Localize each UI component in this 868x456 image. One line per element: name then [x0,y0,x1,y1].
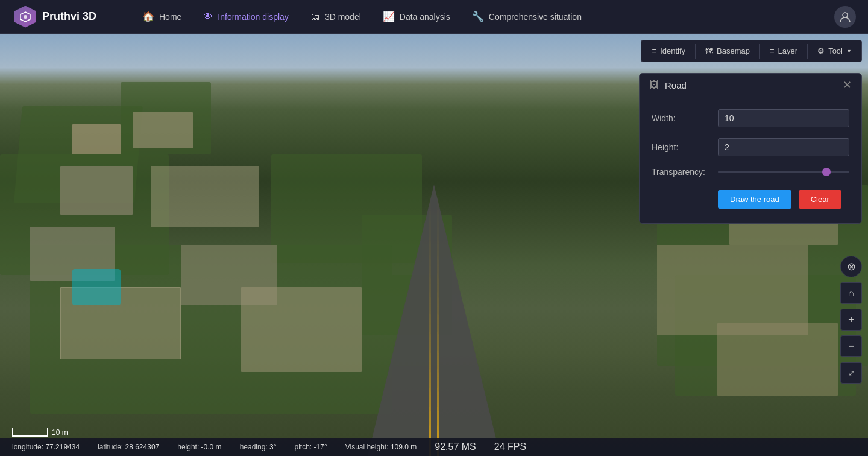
toolbar-sep-3 [807,44,808,59]
height-input[interactable] [718,138,849,156]
toolbar-sep-1 [695,44,696,59]
road-panel-title-area: 🖼 Road [649,80,687,90]
building-right-4 [717,323,838,396]
road-panel: 🖼 Road ✕ Width: Height: Transparency: Dr… [639,73,862,224]
longitude-value: 77.219434 [45,443,80,451]
scale-line [12,428,48,437]
building-2 [133,112,193,148]
tool-icon: ⚙ [817,46,825,55]
building-4 [151,166,259,227]
app-logo-icon [14,6,36,28]
analysis-nav-icon: 📈 [383,11,395,22]
home-control-button[interactable]: ⌂ [840,282,862,304]
building-8 [241,287,362,372]
road-panel-map-icon: 🖼 [649,80,659,90]
right-controls: ⊗ ⌂ + − ⤢ [840,256,862,384]
status-bar: longitude: 77.219434 latitude: 28.624307… [0,438,868,456]
height-label: Height: [652,142,718,152]
fullscreen-button[interactable]: ⤢ [840,362,862,384]
toolbar-sep-2 [760,44,760,59]
visual-height-status: Visual height: 109.0 m [345,443,417,451]
app-title: Pruthvi 3D [42,10,96,23]
road-panel-header: 🖼 Road ✕ [640,74,861,97]
ms-value: 92.57 MS [435,442,476,452]
zoom-in-button[interactable]: + [840,309,862,331]
identify-button[interactable]: ≡ Identify [644,43,694,59]
home-nav-icon: 🏠 [142,11,154,22]
map-container[interactable]: ≡ Identify 🗺 Basemap ≡ Layer ⚙ Tool ▾ 🖼 … [0,34,868,456]
zoom-out-button[interactable]: − [840,335,862,357]
heading-value: 3° [269,443,276,451]
nav-items: 🏠 Home 👁 Information display 🗂 3D model … [133,6,834,27]
logo-area: Pruthvi 3D [0,6,133,28]
pitch-value: -17° [314,443,327,451]
basemap-label: Basemap [717,46,750,55]
visual-height-value: 109.0 m [391,443,417,451]
road-panel-actions: Draw the road Clear [652,190,849,209]
latitude-status: latitude: 28.624307 [98,443,159,451]
heading-label: heading: [240,443,268,451]
tool-label: Tool [828,46,843,55]
latitude-label: latitude: [98,443,123,451]
building-right-3 [657,245,808,335]
scale-bar: 10 m [12,428,68,437]
layer-button[interactable]: ≡ Layer [761,43,806,59]
tool-dropdown-icon: ▾ [848,48,851,54]
situation-nav-icon: 🔧 [472,11,484,22]
svg-point-2 [843,13,848,17]
basemap-button[interactable]: 🗺 Basemap [697,43,758,59]
nav-home-label: Home [159,12,181,22]
nav-model-label: 3D model [325,12,361,22]
map-toolbar: ≡ Identify 🗺 Basemap ≡ Layer ⚙ Tool ▾ [641,40,862,62]
tool-button[interactable]: ⚙ Tool ▾ [809,43,859,59]
height-field-row: Height: [652,138,849,156]
height-label: height: [177,443,199,451]
identify-label: Identify [660,46,685,55]
longitude-label: longitude: [12,443,43,451]
longitude-status: longitude: 77.219434 [12,443,80,451]
road-panel-title: Road [665,80,687,90]
nav-situation-label: Comprehensive situation [489,12,582,22]
building-1 [72,124,121,154]
height-status: height: -0.0 m [177,443,221,451]
user-avatar[interactable] [834,6,856,28]
svg-point-1 [24,15,27,19]
latitude-value: 28.624307 [125,443,160,451]
nav-item-home[interactable]: 🏠 Home [133,6,191,27]
nav-item-analysis[interactable]: 📈 Data analysis [373,6,460,27]
road-panel-body: Width: Height: Transparency: Draw the ro… [640,97,861,223]
building-3 [60,166,133,215]
top-navigation: Pruthvi 3D 🏠 Home 👁 Information display … [0,0,868,34]
nav-item-situation[interactable]: 🔧 Comprehensive situation [462,6,591,27]
pitch-status: pitch: -17° [295,443,327,451]
nav-info-label: Information display [218,12,289,22]
layer-icon: ≡ [770,46,775,55]
layer-label: Layer [778,46,798,55]
visual-height-label: Visual height: [345,443,389,451]
identify-icon: ≡ [652,46,657,55]
heading-status: heading: 3° [240,443,277,451]
nav-item-info[interactable]: 👁 Information display [193,7,298,27]
clear-button[interactable]: Clear [799,190,841,209]
draw-road-button[interactable]: Draw the road [718,190,791,209]
road-panel-close-button[interactable]: ✕ [843,80,852,90]
basemap-icon: 🗺 [705,46,713,55]
info-nav-icon: 👁 [203,11,213,22]
width-label: Width: [652,113,718,123]
fps-value: 24 FPS [494,442,526,452]
water-feature [72,269,121,305]
height-value: -0.0 m [201,443,222,451]
model3d-nav-icon: 🗂 [310,11,320,22]
width-input[interactable] [718,109,849,127]
road-surface [368,185,500,456]
nav-analysis-label: Data analysis [400,12,450,22]
width-field-row: Width: [652,109,849,127]
scale-label: 10 m [52,428,68,437]
compass-button[interactable]: ⊗ [840,256,862,277]
transparency-field-row: Transparency: [652,167,849,177]
pitch-label: pitch: [295,443,312,451]
nav-item-3dmodel[interactable]: 🗂 3D model [301,7,371,27]
transparency-label: Transparency: [652,167,718,177]
transparency-slider[interactable] [718,171,849,173]
